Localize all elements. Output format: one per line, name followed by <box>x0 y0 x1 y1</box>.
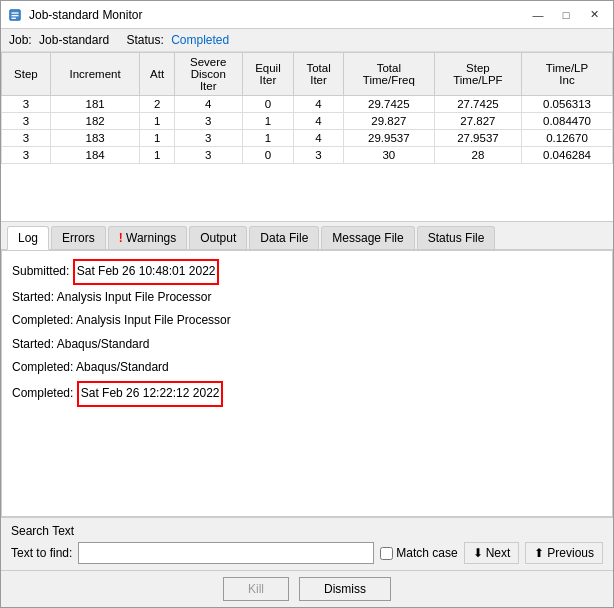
table-cell: 0 <box>242 147 294 164</box>
table-row: 3183131429.953727.95370.12670 <box>2 130 613 147</box>
job-label: Job: <box>9 33 32 47</box>
log-entry: Completed: Abaqus/Standard <box>12 357 602 379</box>
table-cell: 30 <box>343 147 434 164</box>
table-cell: 1 <box>140 130 174 147</box>
search-input[interactable] <box>78 542 374 564</box>
log-prefix: Completed: <box>12 313 76 327</box>
previous-label: Previous <box>547 546 594 560</box>
table-cell: 1 <box>140 113 174 130</box>
log-value: Analysis Input File Processor <box>76 313 231 327</box>
log-prefix: Submitted: <box>12 264 73 278</box>
log-prefix: Completed: <box>12 360 76 374</box>
table-cell: 184 <box>50 147 140 164</box>
log-entry: Completed: Analysis Input File Processor <box>12 310 602 332</box>
window-icon <box>7 7 23 23</box>
col-step: Step <box>2 53 51 96</box>
window-title: Job-standard Monitor <box>29 8 525 22</box>
table-cell: 4 <box>294 113 344 130</box>
log-prefix: Started: <box>12 290 57 304</box>
tab-warnings[interactable]: ! Warnings <box>108 226 188 249</box>
tab-output[interactable]: Output <box>189 226 247 249</box>
table-cell: 0 <box>242 96 294 113</box>
tab-log[interactable]: Log <box>7 226 49 250</box>
table-cell: 3 <box>174 113 242 130</box>
table-cell: 3 <box>174 147 242 164</box>
status-label: Status: <box>126 33 163 47</box>
table-cell: 27.827 <box>434 113 521 130</box>
bottom-bar: Kill Dismiss <box>1 570 613 607</box>
search-row: Text to find: Match case ⬇ Next ⬆ Previo… <box>11 542 603 564</box>
job-value: Job-standard <box>39 33 109 47</box>
minimize-button[interactable]: — <box>525 5 551 25</box>
log-entry: Submitted: Sat Feb 26 10:48:01 2022 <box>12 259 602 285</box>
log-highlight: Sat Feb 26 12:22:12 2022 <box>77 381 224 407</box>
tab-data-file[interactable]: Data File <box>249 226 319 249</box>
table-row: 3182131429.82727.8270.084470 <box>2 113 613 130</box>
col-equil: EquilIter <box>242 53 294 96</box>
table-cell: 29.9537 <box>343 130 434 147</box>
previous-button[interactable]: ⬆ Previous <box>525 542 603 564</box>
match-case-label: Match case <box>380 546 457 560</box>
table-cell: 29.7425 <box>343 96 434 113</box>
log-value: Abaqus/Standard <box>57 337 150 351</box>
next-button[interactable]: ⬇ Next <box>464 542 520 564</box>
table-cell: 0.046284 <box>521 147 612 164</box>
menu-bar: Job: Job-standard Status: Completed <box>1 29 613 52</box>
svg-rect-1 <box>12 12 19 13</box>
match-case-text: Match case <box>396 546 457 560</box>
svg-rect-2 <box>12 15 19 16</box>
col-time-lp: Time/LPInc <box>521 53 612 96</box>
svg-rect-3 <box>12 17 16 18</box>
close-button[interactable]: ✕ <box>581 5 607 25</box>
match-case-checkbox[interactable] <box>380 547 393 560</box>
table-cell: 3 <box>294 147 344 164</box>
col-att: Att <box>140 53 174 96</box>
up-arrow-icon: ⬆ <box>534 546 544 560</box>
tab-status-file[interactable]: Status File <box>417 226 496 249</box>
table-cell: 29.827 <box>343 113 434 130</box>
table-cell: 28 <box>434 147 521 164</box>
log-highlight: Sat Feb 26 10:48:01 2022 <box>73 259 220 285</box>
log-value: Analysis Input File Processor <box>57 290 212 304</box>
search-section: Search Text Text to find: Match case ⬇ N… <box>1 517 613 570</box>
table-cell: 0.12670 <box>521 130 612 147</box>
table-cell: 4 <box>294 96 344 113</box>
log-entry: Started: Analysis Input File Processor <box>12 287 602 309</box>
title-bar: Job-standard Monitor — □ ✕ <box>1 1 613 29</box>
table-cell: 4 <box>294 130 344 147</box>
main-window: Job-standard Monitor — □ ✕ Job: Job-stan… <box>0 0 614 608</box>
log-prefix: Started: <box>12 337 57 351</box>
down-arrow-icon: ⬇ <box>473 546 483 560</box>
tab-errors[interactable]: Errors <box>51 226 106 249</box>
search-label: Text to find: <box>11 546 72 560</box>
table-cell: 3 <box>174 130 242 147</box>
table-cell: 183 <box>50 130 140 147</box>
search-title: Search Text <box>11 524 603 538</box>
table-cell: 3 <box>2 147 51 164</box>
warning-icon: ! <box>119 231 123 245</box>
data-table: Step Increment Att SevereDisconIter Equi… <box>1 52 613 164</box>
table-cell: 182 <box>50 113 140 130</box>
table-cell: 3 <box>2 113 51 130</box>
window-controls: — □ ✕ <box>525 5 607 25</box>
data-table-container[interactable]: Step Increment Att SevereDisconIter Equi… <box>1 52 613 222</box>
kill-button[interactable]: Kill <box>223 577 289 601</box>
table-cell: 4 <box>174 96 242 113</box>
dismiss-button[interactable]: Dismiss <box>299 577 391 601</box>
table-cell: 0.084470 <box>521 113 612 130</box>
tabs-section: Log Errors ! Warnings Output Data File M… <box>1 222 613 250</box>
col-total-time: TotalTime/Freq <box>343 53 434 96</box>
table-cell: 0.056313 <box>521 96 612 113</box>
status-value: Completed <box>171 33 229 47</box>
col-total-iter: TotalIter <box>294 53 344 96</box>
tab-message-file[interactable]: Message File <box>321 226 414 249</box>
log-section: Submitted: Sat Feb 26 10:48:01 2022Start… <box>1 250 613 517</box>
table-cell: 3 <box>2 130 51 147</box>
col-step-time: StepTime/LPF <box>434 53 521 96</box>
table-cell: 181 <box>50 96 140 113</box>
col-increment: Increment <box>50 53 140 96</box>
table-cell: 3 <box>2 96 51 113</box>
next-label: Next <box>486 546 511 560</box>
log-prefix: Completed: <box>12 386 77 400</box>
maximize-button[interactable]: □ <box>553 5 579 25</box>
